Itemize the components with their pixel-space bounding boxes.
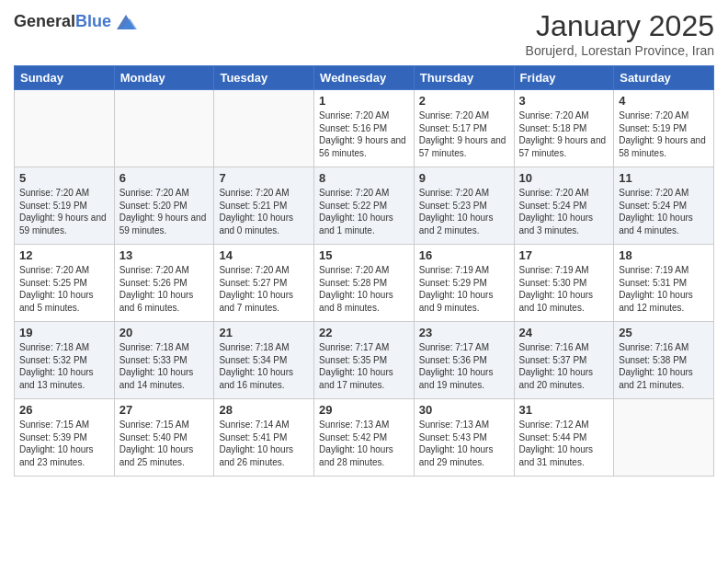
day-info: Sunrise: 7:13 AM Sunset: 5:43 PM Dayligh… xyxy=(419,419,509,468)
day-info: Sunrise: 7:12 AM Sunset: 5:44 PM Dayligh… xyxy=(519,419,609,468)
day-number: 4 xyxy=(619,94,709,108)
calendar-cell xyxy=(614,399,714,477)
calendar-cell: 23Sunrise: 7:17 AM Sunset: 5:36 PM Dayli… xyxy=(414,322,514,399)
day-number: 19 xyxy=(19,326,109,339)
day-number: 17 xyxy=(519,248,609,262)
calendar-cell: 20Sunrise: 7:18 AM Sunset: 5:33 PM Dayli… xyxy=(114,322,214,399)
logo: GeneralBlue xyxy=(14,9,139,35)
day-info: Sunrise: 7:19 AM Sunset: 5:30 PM Dayligh… xyxy=(519,264,609,314)
calendar-table: Sunday Monday Tuesday Wednesday Thursday… xyxy=(14,65,714,477)
day-number: 6 xyxy=(119,171,210,185)
day-info: Sunrise: 7:20 AM Sunset: 5:18 PM Dayligh… xyxy=(519,109,609,159)
day-number: 15 xyxy=(319,248,409,262)
calendar-cell: 17Sunrise: 7:19 AM Sunset: 5:30 PM Dayli… xyxy=(514,245,614,322)
day-info: Sunrise: 7:19 AM Sunset: 5:31 PM Dayligh… xyxy=(619,264,709,314)
calendar-cell: 16Sunrise: 7:19 AM Sunset: 5:29 PM Dayli… xyxy=(414,245,514,322)
calendar-cell: 9Sunrise: 7:20 AM Sunset: 5:23 PM Daylig… xyxy=(414,167,514,245)
calendar-cell: 31Sunrise: 7:12 AM Sunset: 5:44 PM Dayli… xyxy=(514,399,614,477)
day-info: Sunrise: 7:18 AM Sunset: 5:33 PM Dayligh… xyxy=(119,341,210,391)
day-info: Sunrise: 7:18 AM Sunset: 5:34 PM Dayligh… xyxy=(219,341,309,391)
header-monday: Monday xyxy=(114,66,214,90)
calendar-cell xyxy=(214,90,314,167)
title-block: January 2025 Borujerd, Lorestan Province… xyxy=(526,9,714,58)
calendar-cell: 30Sunrise: 7:13 AM Sunset: 5:43 PM Dayli… xyxy=(414,399,514,477)
day-info: Sunrise: 7:20 AM Sunset: 5:21 PM Dayligh… xyxy=(219,187,309,236)
day-number: 1 xyxy=(319,94,409,108)
calendar-cell: 7Sunrise: 7:20 AM Sunset: 5:21 PM Daylig… xyxy=(214,167,314,245)
day-number: 18 xyxy=(619,248,709,262)
day-number: 23 xyxy=(419,326,509,339)
day-info: Sunrise: 7:20 AM Sunset: 5:23 PM Dayligh… xyxy=(419,187,509,236)
calendar-cell: 21Sunrise: 7:18 AM Sunset: 5:34 PM Dayli… xyxy=(214,322,314,399)
calendar-cell: 15Sunrise: 7:20 AM Sunset: 5:28 PM Dayli… xyxy=(314,245,415,322)
calendar-cell: 10Sunrise: 7:20 AM Sunset: 5:24 PM Dayli… xyxy=(514,167,614,245)
month-title: January 2025 xyxy=(526,9,714,43)
calendar-cell: 18Sunrise: 7:19 AM Sunset: 5:31 PM Dayli… xyxy=(614,245,714,322)
day-number: 2 xyxy=(419,94,509,108)
calendar-cell: 26Sunrise: 7:15 AM Sunset: 5:39 PM Dayli… xyxy=(15,399,115,477)
calendar-week-5: 26Sunrise: 7:15 AM Sunset: 5:39 PM Dayli… xyxy=(15,399,714,477)
calendar-cell: 2Sunrise: 7:20 AM Sunset: 5:17 PM Daylig… xyxy=(414,90,514,167)
calendar-cell: 8Sunrise: 7:20 AM Sunset: 5:22 PM Daylig… xyxy=(314,167,415,245)
day-info: Sunrise: 7:20 AM Sunset: 5:20 PM Dayligh… xyxy=(119,187,210,236)
day-number: 10 xyxy=(519,171,609,185)
day-info: Sunrise: 7:17 AM Sunset: 5:35 PM Dayligh… xyxy=(319,341,409,391)
header-thursday: Thursday xyxy=(414,66,514,90)
header-wednesday: Wednesday xyxy=(314,66,415,90)
day-number: 8 xyxy=(319,171,409,185)
day-info: Sunrise: 7:20 AM Sunset: 5:28 PM Dayligh… xyxy=(319,264,409,314)
day-number: 3 xyxy=(519,94,609,108)
calendar-cell: 4Sunrise: 7:20 AM Sunset: 5:19 PM Daylig… xyxy=(614,90,714,167)
day-number: 22 xyxy=(319,326,409,339)
day-number: 31 xyxy=(519,403,609,417)
header: GeneralBlue January 2025 Borujerd, Lores… xyxy=(14,9,714,58)
calendar-week-3: 12Sunrise: 7:20 AM Sunset: 5:25 PM Dayli… xyxy=(15,245,714,322)
calendar-cell: 12Sunrise: 7:20 AM Sunset: 5:25 PM Dayli… xyxy=(15,245,115,322)
day-info: Sunrise: 7:18 AM Sunset: 5:32 PM Dayligh… xyxy=(19,341,109,391)
calendar-cell: 19Sunrise: 7:18 AM Sunset: 5:32 PM Dayli… xyxy=(15,322,115,399)
day-number: 9 xyxy=(419,171,509,185)
day-info: Sunrise: 7:15 AM Sunset: 5:39 PM Dayligh… xyxy=(19,419,109,468)
day-info: Sunrise: 7:16 AM Sunset: 5:38 PM Dayligh… xyxy=(619,341,709,391)
logo-general-text: General xyxy=(14,12,75,30)
calendar-cell: 13Sunrise: 7:20 AM Sunset: 5:26 PM Dayli… xyxy=(114,245,214,322)
calendar-week-2: 5Sunrise: 7:20 AM Sunset: 5:19 PM Daylig… xyxy=(15,167,714,245)
day-number: 16 xyxy=(419,248,509,262)
day-info: Sunrise: 7:20 AM Sunset: 5:24 PM Dayligh… xyxy=(619,187,709,236)
header-row: Sunday Monday Tuesday Wednesday Thursday… xyxy=(15,66,714,90)
day-info: Sunrise: 7:16 AM Sunset: 5:37 PM Dayligh… xyxy=(519,341,609,391)
day-info: Sunrise: 7:20 AM Sunset: 5:27 PM Dayligh… xyxy=(219,264,309,314)
day-info: Sunrise: 7:20 AM Sunset: 5:16 PM Dayligh… xyxy=(319,109,409,159)
header-tuesday: Tuesday xyxy=(214,66,314,90)
calendar-cell: 22Sunrise: 7:17 AM Sunset: 5:35 PM Dayli… xyxy=(314,322,415,399)
day-number: 14 xyxy=(219,248,309,262)
day-info: Sunrise: 7:20 AM Sunset: 5:26 PM Dayligh… xyxy=(119,264,210,314)
page-container: GeneralBlue January 2025 Borujerd, Lores… xyxy=(0,0,728,486)
calendar-cell: 11Sunrise: 7:20 AM Sunset: 5:24 PM Dayli… xyxy=(614,167,714,245)
logo-icon xyxy=(113,9,139,35)
day-info: Sunrise: 7:20 AM Sunset: 5:17 PM Dayligh… xyxy=(419,109,509,159)
calendar-cell: 25Sunrise: 7:16 AM Sunset: 5:38 PM Dayli… xyxy=(614,322,714,399)
day-info: Sunrise: 7:20 AM Sunset: 5:19 PM Dayligh… xyxy=(619,109,709,159)
location-title: Borujerd, Lorestan Province, Iran xyxy=(526,43,714,58)
day-info: Sunrise: 7:15 AM Sunset: 5:40 PM Dayligh… xyxy=(119,419,210,468)
day-number: 11 xyxy=(619,171,709,185)
day-number: 29 xyxy=(319,403,409,417)
calendar-week-4: 19Sunrise: 7:18 AM Sunset: 5:32 PM Dayli… xyxy=(15,322,714,399)
calendar-cell xyxy=(114,90,214,167)
day-info: Sunrise: 7:20 AM Sunset: 5:25 PM Dayligh… xyxy=(19,264,109,314)
calendar-cell: 29Sunrise: 7:13 AM Sunset: 5:42 PM Dayli… xyxy=(314,399,415,477)
day-info: Sunrise: 7:14 AM Sunset: 5:41 PM Dayligh… xyxy=(219,419,309,468)
logo-blue-text: Blue xyxy=(75,12,111,30)
day-number: 30 xyxy=(419,403,509,417)
day-info: Sunrise: 7:20 AM Sunset: 5:22 PM Dayligh… xyxy=(319,187,409,236)
day-info: Sunrise: 7:19 AM Sunset: 5:29 PM Dayligh… xyxy=(419,264,509,314)
day-number: 21 xyxy=(219,326,309,339)
day-info: Sunrise: 7:20 AM Sunset: 5:24 PM Dayligh… xyxy=(519,187,609,236)
day-info: Sunrise: 7:13 AM Sunset: 5:42 PM Dayligh… xyxy=(319,419,409,468)
day-number: 27 xyxy=(119,403,210,417)
day-number: 13 xyxy=(119,248,210,262)
header-sunday: Sunday xyxy=(15,66,115,90)
day-number: 25 xyxy=(619,326,709,339)
calendar-cell: 5Sunrise: 7:20 AM Sunset: 5:19 PM Daylig… xyxy=(15,167,115,245)
